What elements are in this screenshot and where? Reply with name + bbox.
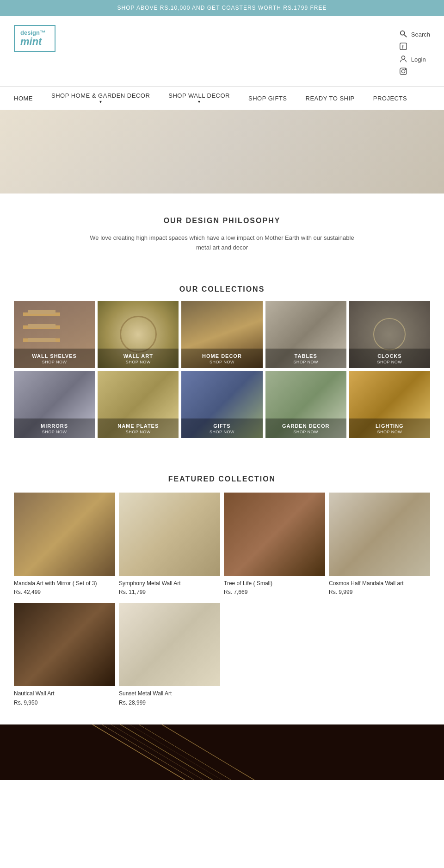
product-cosmos-name: Cosmos Half Mandala Wall art <box>329 580 430 587</box>
product-tree-name: Tree of Life ( Small) <box>224 580 325 587</box>
product-nautical[interactable]: Nautical Wall Art Rs. 9,950 <box>14 603 115 706</box>
facebook-icon: f <box>399 42 407 52</box>
home-decor-overlay: HOME DECOR SHOP NOW <box>181 349 262 368</box>
product-tree[interactable]: Tree of Life ( Small) Rs. 7,669 <box>224 493 325 596</box>
collection-wall-shelves[interactable]: WALL SHELVES SHOP NOW <box>14 301 95 368</box>
clocks-overlay: CLOCKS SHOP NOW <box>349 349 430 368</box>
chevron-down-icon: ▾ <box>51 99 150 104</box>
instagram-row[interactable] <box>399 67 430 77</box>
hero-banner <box>0 110 444 194</box>
mirrors-overlay: MIRRORS SHOP NOW <box>14 418 95 438</box>
garden-decor-overlay: GARDEN DECOR SHOP NOW <box>265 418 346 438</box>
nav-home-garden[interactable]: SHOP HOME & GARDEN DECOR ▾ <box>51 92 150 104</box>
chevron-down-icon: ▾ <box>168 99 230 104</box>
nav-projects[interactable]: PROJECTS <box>373 95 407 102</box>
nav-gifts[interactable]: SHOP GIFTS <box>248 95 287 102</box>
svg-text:f: f <box>402 44 404 50</box>
logo-mint: mint <box>20 36 49 47</box>
wall-shelves-overlay: WALL SHELVES SHOP NOW <box>14 349 95 368</box>
tables-overlay: TABLES SHOP NOW <box>265 349 346 368</box>
header: design™ mint Search f <box>0 16 444 86</box>
product-symphony-name: Symphony Metal Wall Art <box>119 580 220 587</box>
search-row[interactable]: Search <box>399 30 430 39</box>
collections-section: OUR COLLECTIONS WALL SHELVES SHOP NOW WA… <box>0 267 444 456</box>
collections-title: OUR COLLECTIONS <box>14 285 430 293</box>
product-nautical-name: Nautical Wall Art <box>14 690 115 698</box>
collections-grid: WALL SHELVES SHOP NOW WALL ART SHOP NOW … <box>14 301 430 438</box>
navigation: HOME SHOP HOME & GARDEN DECOR ▾ SHOP WAL… <box>0 86 444 110</box>
philosophy-title: OUR DESIGN PHILOSOPHY <box>28 217 416 225</box>
collection-clocks[interactable]: CLOCKS SHOP NOW <box>349 301 430 368</box>
collection-mirrors[interactable]: MIRRORS SHOP NOW <box>14 371 95 438</box>
search-icon <box>399 30 407 39</box>
product-nautical-price: Rs. 9,950 <box>14 699 115 706</box>
bottom-inner <box>0 724 444 780</box>
wall-art-overlay: WALL ART SHOP NOW <box>98 349 179 368</box>
product-cosmos-price: Rs. 9,999 <box>329 589 430 595</box>
product-symphony-image <box>119 493 220 576</box>
top-banner: SHOP ABOVE RS.10,000 AND GET COASTERS WO… <box>0 0 444 16</box>
banner-text: SHOP ABOVE RS.10,000 AND GET COASTERS WO… <box>117 5 327 11</box>
product-tree-price: Rs. 7,669 <box>224 589 325 595</box>
nav-ready-ship[interactable]: READY TO SHIP <box>306 95 355 102</box>
bottom-section <box>0 724 444 780</box>
login-label: Login <box>411 56 426 63</box>
svg-point-7 <box>405 69 406 70</box>
svg-line-1 <box>404 35 407 37</box>
product-symphony-price: Rs. 11,799 <box>119 589 220 595</box>
product-sunset[interactable]: Sunset Metal Wall Art Rs. 28,999 <box>119 603 220 706</box>
product-symphony[interactable]: Symphony Metal Wall Art Rs. 11,799 <box>119 493 220 596</box>
search-label: Search <box>411 31 430 38</box>
hero-inner <box>0 110 444 194</box>
nav-wall-decor[interactable]: SHOP WALL DECOR ▾ <box>168 92 230 104</box>
featured-grid-row2: Nautical Wall Art Rs. 9,950 Sunset Metal… <box>14 603 430 706</box>
svg-point-6 <box>401 69 405 73</box>
collection-tables[interactable]: TABLES SHOP NOW <box>265 301 346 368</box>
product-mandala-image <box>14 493 115 576</box>
featured-title: FEATURED COLLECTION <box>14 475 430 483</box>
logo-design: design™ <box>20 30 49 36</box>
header-icons: Search f Login <box>399 25 430 77</box>
product-cosmos-image <box>329 493 430 576</box>
collection-wall-art[interactable]: WALL ART SHOP NOW <box>98 301 179 368</box>
product-mandala-name: Mandala Art with Mirror ( Set of 3) <box>14 580 115 587</box>
logo[interactable]: design™ mint <box>14 25 56 52</box>
product-mandala-price: Rs. 42,499 <box>14 589 115 595</box>
facebook-row[interactable]: f <box>399 42 430 52</box>
nav-home[interactable]: HOME <box>14 95 33 102</box>
empty-cell-1 <box>224 603 325 706</box>
svg-point-4 <box>401 56 405 59</box>
product-sunset-name: Sunset Metal Wall Art <box>119 690 220 698</box>
product-cosmos[interactable]: Cosmos Half Mandala Wall art Rs. 9,999 <box>329 493 430 596</box>
user-icon <box>399 55 407 64</box>
collection-gifts[interactable]: GIFTS SHOP NOW <box>181 371 262 438</box>
product-nautical-image <box>14 603 115 686</box>
featured-grid-row1: Mandala Art with Mirror ( Set of 3) Rs. … <box>14 493 430 596</box>
instagram-icon <box>399 67 407 77</box>
product-sunset-price: Rs. 28,999 <box>119 699 220 706</box>
featured-section: FEATURED COLLECTION Mandala Art with Mir… <box>0 456 444 725</box>
product-tree-image <box>224 493 325 576</box>
collection-name-plates[interactable]: NAME PLATES SHOP NOW <box>98 371 179 438</box>
product-mandala[interactable]: Mandala Art with Mirror ( Set of 3) Rs. … <box>14 493 115 596</box>
login-row[interactable]: Login <box>399 55 430 64</box>
collection-garden-decor[interactable]: GARDEN DECOR SHOP NOW <box>265 371 346 438</box>
svg-rect-8 <box>0 724 444 780</box>
gifts-overlay: GIFTS SHOP NOW <box>181 418 262 438</box>
lighting-overlay: LIGHTING SHOP NOW <box>349 418 430 438</box>
svg-point-0 <box>400 31 404 35</box>
product-sunset-image <box>119 603 220 686</box>
collection-lighting[interactable]: LIGHTING SHOP NOW <box>349 371 430 438</box>
philosophy-section: OUR DESIGN PHILOSOPHY We love creating h… <box>0 194 444 267</box>
bottom-decorative <box>0 724 444 780</box>
collection-home-decor[interactable]: HOME DECOR SHOP NOW <box>181 301 262 368</box>
philosophy-subtitle: We love creating high impact spaces whic… <box>83 233 361 253</box>
name-plates-overlay: NAME PLATES SHOP NOW <box>98 418 179 438</box>
empty-cell-2 <box>329 603 430 706</box>
